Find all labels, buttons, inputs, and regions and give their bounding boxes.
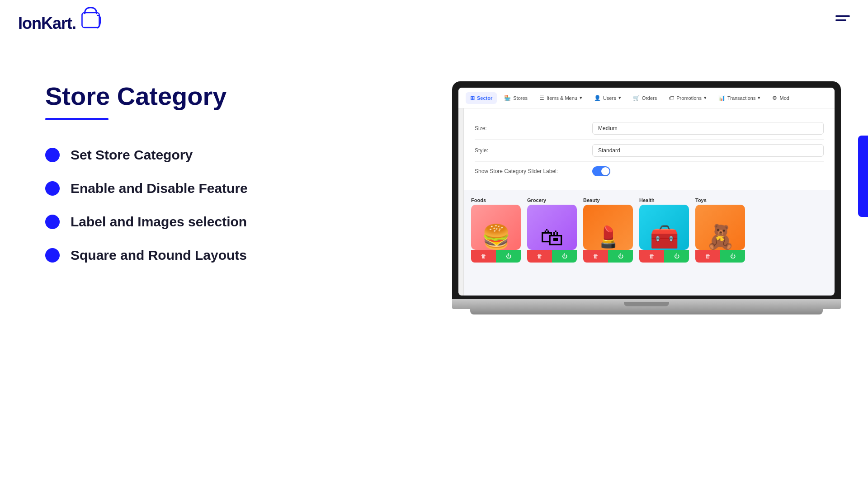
style-label: Style: (475, 147, 592, 154)
nav-item-items-menu[interactable]: ☰ Items & Menu ▾ (535, 92, 587, 104)
style-value[interactable]: Standard (592, 144, 824, 157)
health-delete-button[interactable]: 🗑 (639, 250, 664, 263)
category-actions-grocery: 🗑 ⏻ (527, 250, 577, 263)
category-image-beauty: 💄 (583, 205, 633, 250)
category-card-foods: Foods 🍔 🗑 ⏻ (471, 197, 521, 263)
users-chevron: ▾ (618, 95, 621, 101)
category-card-health: Health 🧰 🗑 ⏻ (639, 197, 689, 263)
toggle-label: Show Store Category Slider Label: (475, 168, 592, 174)
category-name-beauty: Beauty (583, 197, 600, 203)
logo-bag-icon (78, 4, 103, 33)
side-accent-bar (858, 136, 868, 217)
feature-item-label-images: Label and Images selection (45, 214, 307, 230)
category-name-foods: Foods (471, 197, 486, 203)
laptop-mockup: ⊞ Sector 🏪 Stores ☰ Items & Menu ▾ 👤 Use… (452, 81, 841, 314)
users-icon: 👤 (594, 95, 601, 101)
nav-item-stores[interactable]: 🏪 Stores (500, 92, 532, 104)
health-toggle-button[interactable]: ⏻ (664, 250, 689, 263)
laptop-base (452, 299, 841, 309)
laptop-foot (470, 309, 823, 314)
category-name-health: Health (639, 197, 655, 203)
feature-label-enable-disable: Enable and Disable Feature (71, 181, 248, 196)
foods-delete-button[interactable]: 🗑 (471, 250, 496, 263)
transactions-chevron: ▾ (758, 95, 760, 101)
category-actions-foods: 🗑 ⏻ (471, 250, 521, 263)
nav-item-orders[interactable]: 🛒 Orders (628, 92, 662, 104)
category-image-foods: 🍔 (471, 205, 521, 250)
nav-label-items-menu: Items & Menu (547, 95, 577, 101)
nav-label-promotions: Promotions (676, 95, 702, 101)
feature-item-layouts: Square and Round Layouts (45, 248, 307, 263)
health-emoji: 🧰 (650, 223, 679, 250)
feature-item-enable-disable: Enable and Disable Feature (45, 181, 307, 196)
size-value[interactable]: Medium (592, 122, 824, 135)
category-card-toys: Toys 🧸 🗑 ⏻ (695, 197, 745, 263)
svg-rect-0 (82, 12, 99, 27)
app-nav: ⊞ Sector 🏪 Stores ☰ Items & Menu ▾ 👤 Use… (458, 88, 835, 108)
beauty-emoji: 💄 (595, 225, 621, 249)
laptop-screen: ⊞ Sector 🏪 Stores ☰ Items & Menu ▾ 👤 Use… (452, 81, 841, 299)
toys-toggle-button[interactable]: ⏻ (720, 250, 745, 263)
beauty-toggle-button[interactable]: ⏻ (608, 250, 633, 263)
categories-grid: Foods 🍔 🗑 ⏻ Grocery (464, 190, 835, 263)
nav-label-sector: Sector (477, 95, 492, 101)
feature-item-set-store-category: Set Store Category (45, 147, 307, 163)
nav-item-promotions[interactable]: 🏷 Promotions ▾ (664, 92, 711, 104)
title-underline (45, 118, 108, 120)
category-card-beauty: Beauty 💄 🗑 ⏻ (583, 197, 633, 263)
section-title: Store Category (45, 81, 307, 111)
transactions-icon: 📊 (718, 95, 725, 101)
feature-dot (45, 148, 60, 162)
category-name-grocery: Grocery (527, 197, 546, 203)
feature-dot (45, 181, 60, 196)
settings-row-toggle: Show Store Category Slider Label: (475, 162, 824, 181)
toggle-knob (601, 167, 609, 175)
items-menu-chevron: ▾ (580, 95, 582, 101)
toys-delete-button[interactable]: 🗑 (695, 250, 720, 263)
nav-item-sector[interactable]: ⊞ Sector (466, 92, 497, 104)
nav-item-mod[interactable]: ⚙ Mod (768, 92, 793, 104)
feature-dot (45, 215, 60, 229)
nav-label-users: Users (603, 95, 616, 101)
left-content: Store Category Set Store Category Enable… (45, 81, 307, 263)
nav-item-users[interactable]: 👤 Users ▾ (590, 92, 626, 104)
nav-label-stores: Stores (513, 95, 528, 101)
feature-label-label-images: Label and Images selection (71, 214, 247, 230)
nav-item-transactions[interactable]: 📊 Transactions ▾ (714, 92, 765, 104)
feature-dot (45, 248, 60, 263)
feature-label-set-store-category: Set Store Category (71, 147, 193, 163)
grocery-emoji: 🛍 (540, 224, 564, 250)
grocery-toggle-button[interactable]: ⏻ (552, 250, 577, 263)
category-slider-toggle[interactable] (592, 166, 610, 176)
promotions-chevron: ▾ (704, 95, 707, 101)
category-image-toys: 🧸 (695, 205, 745, 250)
logo-text: IonKart. (18, 14, 76, 33)
nav-label-transactions: Transactions (727, 95, 756, 101)
foods-toggle-button[interactable]: ⏻ (496, 250, 521, 263)
feature-label-layouts: Square and Round Layouts (71, 248, 247, 263)
app-sidebar (458, 108, 464, 296)
sector-icon: ⊞ (470, 95, 475, 101)
category-image-grocery: 🛍 (527, 205, 577, 250)
beauty-delete-button[interactable]: 🗑 (583, 250, 608, 263)
grocery-delete-button[interactable]: 🗑 (527, 250, 552, 263)
foods-emoji: 🍔 (481, 223, 511, 250)
screen-inner: ⊞ Sector 🏪 Stores ☰ Items & Menu ▾ 👤 Use… (458, 88, 835, 296)
header: IonKart. (0, 0, 868, 36)
toys-emoji: 🧸 (706, 223, 735, 250)
category-card-grocery: Grocery 🛍 🗑 ⏻ (527, 197, 577, 263)
mod-icon: ⚙ (772, 95, 777, 101)
category-name-toys: Toys (695, 197, 707, 203)
category-actions-toys: 🗑 ⏻ (695, 250, 745, 263)
logo: IonKart. (18, 4, 103, 33)
orders-icon: 🛒 (633, 95, 640, 101)
settings-row-size: Size: Medium (475, 117, 824, 140)
category-actions-health: 🗑 ⏻ (639, 250, 689, 263)
settings-row-style: Style: Standard (475, 140, 824, 162)
size-label: Size: (475, 125, 592, 131)
items-menu-icon: ☰ (539, 95, 544, 101)
stores-icon: 🏪 (504, 95, 511, 101)
hamburger-menu[interactable] (835, 15, 850, 21)
feature-list: Set Store Category Enable and Disable Fe… (45, 147, 307, 263)
settings-panel: Size: Medium Style: Standard Show Store … (464, 108, 835, 190)
